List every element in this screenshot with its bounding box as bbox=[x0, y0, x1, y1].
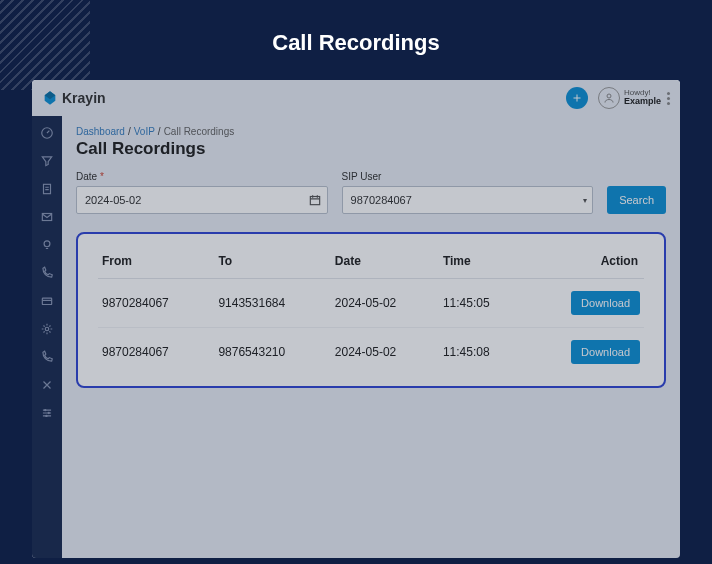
sidebar-item-settings[interactable] bbox=[40, 322, 54, 336]
cell-to: 9876543210 bbox=[214, 328, 330, 377]
col-action: Action bbox=[524, 248, 644, 279]
svg-point-9 bbox=[45, 415, 47, 417]
svg-point-6 bbox=[45, 327, 49, 331]
sidebar bbox=[32, 116, 62, 558]
svg-point-4 bbox=[44, 241, 50, 247]
brand-name: Krayin bbox=[62, 90, 106, 106]
cell-from: 9870284067 bbox=[98, 279, 214, 328]
cell-time: 11:45:05 bbox=[439, 279, 524, 328]
col-to: To bbox=[214, 248, 330, 279]
table-row: 9870284067 9143531684 2024-05-02 11:45:0… bbox=[98, 279, 644, 328]
cell-date: 2024-05-02 bbox=[331, 279, 439, 328]
svg-point-0 bbox=[607, 94, 611, 98]
cell-to: 9143531684 bbox=[214, 279, 330, 328]
card-icon bbox=[40, 294, 54, 308]
content-area: Dashboard/VoIP/Call Recordings Call Reco… bbox=[62, 116, 680, 558]
sidebar-item-products[interactable] bbox=[40, 294, 54, 308]
sidebar-item-dashboard[interactable] bbox=[40, 126, 54, 140]
calendar-icon bbox=[308, 193, 322, 207]
sidebar-item-activities[interactable] bbox=[40, 238, 54, 252]
cell-date: 2024-05-02 bbox=[331, 328, 439, 377]
recordings-table-wrap: From To Date Time Action 9870284067 9143… bbox=[76, 232, 666, 388]
date-input[interactable] bbox=[76, 186, 328, 214]
document-icon bbox=[40, 182, 54, 196]
app-window: Krayin Howdy! Example bbox=[32, 80, 680, 558]
table-row: 9870284067 9876543210 2024-05-02 11:45:0… bbox=[98, 328, 644, 377]
breadcrumb: Dashboard/VoIP/Call Recordings bbox=[76, 126, 666, 137]
download-button[interactable]: Download bbox=[571, 340, 640, 364]
phone2-icon bbox=[40, 350, 54, 364]
sidebar-item-mail[interactable] bbox=[40, 210, 54, 224]
col-date: Date bbox=[331, 248, 439, 279]
sidebar-item-leads[interactable] bbox=[40, 154, 54, 168]
kebab-menu[interactable] bbox=[667, 92, 670, 105]
funnel-icon bbox=[40, 154, 54, 168]
breadcrumb-current: Call Recordings bbox=[164, 126, 235, 137]
search-button[interactable]: Search bbox=[607, 186, 666, 214]
gear-icon bbox=[40, 322, 54, 336]
cell-from: 9870284067 bbox=[98, 328, 214, 377]
tools-icon bbox=[40, 378, 54, 392]
sidebar-item-tools[interactable] bbox=[40, 378, 54, 392]
svg-rect-5 bbox=[42, 298, 51, 304]
page-title: Call Recordings bbox=[76, 139, 666, 159]
sidebar-item-config[interactable] bbox=[40, 406, 54, 420]
sidebar-item-voip[interactable] bbox=[40, 350, 54, 364]
user-icon bbox=[603, 92, 615, 104]
breadcrumb-dashboard[interactable]: Dashboard bbox=[76, 126, 125, 137]
download-button[interactable]: Download bbox=[571, 291, 640, 315]
plus-icon bbox=[571, 92, 583, 104]
gauge-icon bbox=[40, 126, 54, 140]
svg-point-7 bbox=[44, 409, 46, 411]
bulb-icon bbox=[40, 238, 54, 252]
krayin-logo-icon bbox=[42, 90, 58, 106]
sliders-icon bbox=[40, 406, 54, 420]
recordings-table: From To Date Time Action 9870284067 9143… bbox=[98, 248, 644, 376]
mail-icon bbox=[40, 210, 54, 224]
user-avatar[interactable] bbox=[598, 87, 620, 109]
phone-icon bbox=[40, 266, 54, 280]
topbar: Krayin Howdy! Example bbox=[32, 80, 680, 116]
sidebar-item-quotes[interactable] bbox=[40, 182, 54, 196]
greeting-name: Example bbox=[624, 97, 661, 107]
svg-rect-10 bbox=[310, 197, 319, 205]
sip-label: SIP User bbox=[342, 171, 594, 182]
filter-row: Date * SIP User ▾ Search bbox=[76, 171, 666, 214]
svg-point-8 bbox=[48, 412, 50, 414]
sidebar-item-contacts[interactable] bbox=[40, 266, 54, 280]
brand-logo[interactable]: Krayin bbox=[42, 90, 106, 106]
greeting: Howdy! Example bbox=[624, 89, 661, 108]
outer-page-title: Call Recordings bbox=[0, 0, 712, 80]
col-time: Time bbox=[439, 248, 524, 279]
sip-user-select[interactable] bbox=[342, 186, 594, 214]
breadcrumb-voip[interactable]: VoIP bbox=[134, 126, 155, 137]
add-button[interactable] bbox=[566, 87, 588, 109]
chevron-down-icon: ▾ bbox=[583, 196, 587, 205]
col-from: From bbox=[98, 248, 214, 279]
cell-time: 11:45:08 bbox=[439, 328, 524, 377]
date-label: Date * bbox=[76, 171, 328, 182]
